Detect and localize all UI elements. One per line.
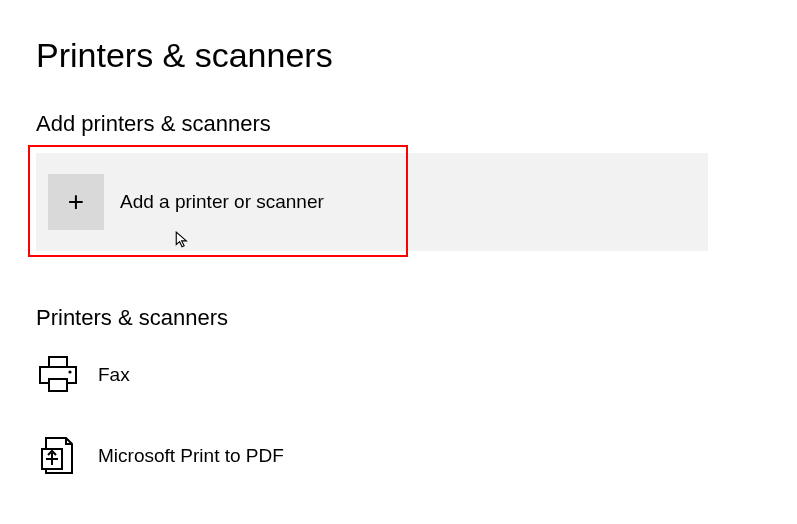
- page-title: Printers & scanners: [36, 36, 797, 75]
- add-printer-button[interactable]: + Add a printer or scanner: [36, 153, 708, 251]
- device-item-fax[interactable]: Fax: [36, 347, 797, 403]
- section-title-add: Add printers & scanners: [36, 111, 797, 137]
- device-label: Fax: [98, 364, 130, 386]
- section-title-list: Printers & scanners: [36, 305, 797, 331]
- fax-icon: [36, 355, 84, 395]
- svg-rect-2: [49, 379, 67, 391]
- print-to-pdf-icon: [36, 435, 84, 477]
- svg-point-3: [68, 370, 71, 373]
- svg-rect-0: [49, 357, 67, 367]
- plus-icon: +: [48, 174, 104, 230]
- device-item-print-to-pdf[interactable]: Microsoft Print to PDF: [36, 427, 797, 485]
- add-printer-label: Add a printer or scanner: [120, 191, 324, 213]
- device-label: Microsoft Print to PDF: [98, 445, 284, 467]
